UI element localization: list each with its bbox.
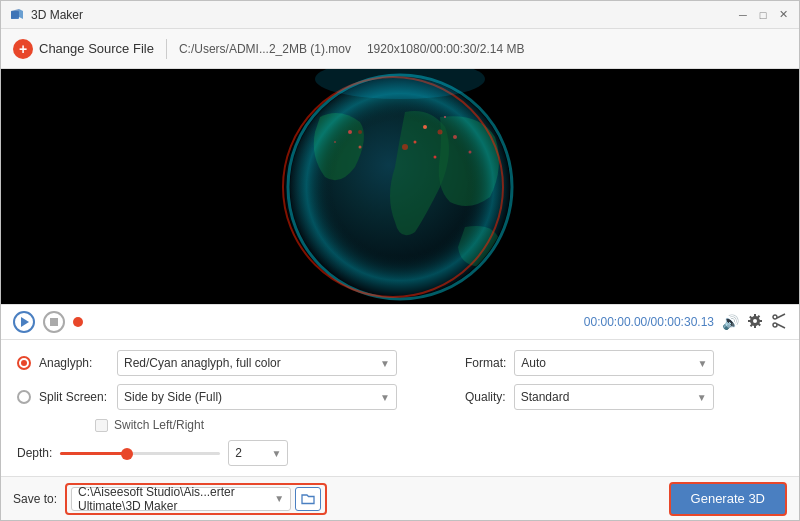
- split-screen-row: Split Screen: Side by Side (Full) ▼ Qual…: [17, 384, 783, 410]
- quality-section: Quality: Standard ▼: [465, 384, 783, 410]
- split-screen-dropdown[interactable]: Side by Side (Full) ▼: [117, 384, 397, 410]
- split-screen-arrow: ▼: [380, 392, 390, 403]
- window-controls: ─ □ ✕: [735, 7, 791, 23]
- split-screen-value: Side by Side (Full): [124, 390, 222, 404]
- app-title: 3D Maker: [31, 8, 83, 22]
- anaglyph-radio[interactable]: [17, 356, 31, 370]
- slider-thumb[interactable]: [121, 448, 133, 460]
- folder-icon: [301, 492, 315, 506]
- quality-value: Standard: [521, 390, 570, 404]
- anaglyph-dropdown[interactable]: Red/Cyan anaglyph, full color ▼: [117, 350, 397, 376]
- anaglyph-label: Anaglyph:: [39, 356, 109, 370]
- play-button[interactable]: [13, 311, 35, 333]
- svg-marker-1: [19, 9, 23, 19]
- format-section: Format: Auto ▼: [465, 350, 783, 376]
- cut-button[interactable]: [771, 313, 787, 332]
- settings-panel: Anaglyph: Red/Cyan anaglyph, full color …: [1, 340, 799, 476]
- switch-lr-row: Switch Left/Right: [95, 418, 783, 432]
- svg-point-18: [290, 77, 510, 297]
- plus-icon: +: [13, 39, 33, 59]
- save-path-dropdown[interactable]: C:\Aiseesoft Studio\Ais...erter Ultimate…: [71, 487, 291, 511]
- file-details: 1920x1080/00:00:30/2.14 MB: [367, 42, 524, 56]
- app-icon: [9, 7, 25, 23]
- globe-display: [1, 69, 799, 304]
- depth-row: Depth: 2 ▼: [17, 440, 783, 466]
- split-screen-label: Split Screen:: [39, 390, 109, 404]
- switch-lr-label: Switch Left/Right: [114, 418, 204, 432]
- svg-point-22: [773, 315, 777, 319]
- minimize-button[interactable]: ─: [735, 7, 751, 23]
- depth-value: 2: [235, 446, 242, 460]
- split-screen-section: Split Screen: Side by Side (Full) ▼: [17, 384, 457, 410]
- depth-arrow: ▼: [271, 448, 281, 459]
- anaglyph-value: Red/Cyan anaglyph, full color: [124, 356, 281, 370]
- quality-dropdown[interactable]: Standard ▼: [514, 384, 714, 410]
- svg-line-25: [777, 324, 785, 328]
- browse-folder-button[interactable]: [295, 487, 321, 511]
- anaglyph-arrow: ▼: [380, 358, 390, 369]
- change-source-button[interactable]: + Change Source File: [13, 39, 154, 59]
- toolbar: + Change Source File C:/Users/ADMI...2_2…: [1, 29, 799, 69]
- save-bar: Save to: C:\Aiseesoft Studio\Ais...erter…: [1, 476, 799, 520]
- stop-button[interactable]: [43, 311, 65, 333]
- settings-button[interactable]: [747, 313, 763, 332]
- save-label: Save to:: [13, 492, 57, 506]
- file-name: C:/Users/ADMI...2_2MB (1).mov: [179, 42, 351, 56]
- format-label: Format:: [465, 356, 506, 370]
- depth-slider[interactable]: [60, 443, 220, 463]
- volume-button[interactable]: 🔊: [722, 314, 739, 330]
- save-path-container: C:\Aiseesoft Studio\Ais...erter Ultimate…: [65, 483, 327, 515]
- change-source-label: Change Source File: [39, 41, 154, 56]
- anaglyph-row: Anaglyph: Red/Cyan anaglyph, full color …: [17, 350, 783, 376]
- svg-point-23: [773, 323, 777, 327]
- anaglyph-section: Anaglyph: Red/Cyan anaglyph, full color …: [17, 350, 457, 376]
- total-time: 00:00:30.13: [651, 315, 714, 329]
- quality-label: Quality:: [465, 390, 506, 404]
- svg-line-24: [777, 314, 785, 318]
- file-info: C:/Users/ADMI...2_2MB (1).mov 1920x1080/…: [179, 42, 525, 56]
- video-preview: [1, 69, 799, 304]
- maximize-button[interactable]: □: [755, 7, 771, 23]
- save-path-arrow: ▼: [274, 493, 284, 504]
- toolbar-divider: [166, 39, 167, 59]
- stop-icon: [50, 318, 58, 326]
- format-value: Auto: [521, 356, 546, 370]
- main-window: 3D Maker ─ □ ✕ + Change Source File C:/U…: [0, 0, 800, 521]
- slider-track: [60, 452, 220, 455]
- globe-svg: [260, 69, 540, 304]
- title-bar: 3D Maker ─ □ ✕: [1, 1, 799, 29]
- time-display: 00:00:00.00/00:00:30.13: [584, 315, 714, 329]
- quality-arrow: ▼: [697, 392, 707, 403]
- depth-label: Depth:: [17, 446, 52, 460]
- play-icon: [21, 317, 29, 327]
- record-indicator: [73, 317, 83, 327]
- save-path-text: C:\Aiseesoft Studio\Ais...erter Ultimate…: [78, 485, 270, 513]
- switch-lr-checkbox[interactable]: [95, 419, 108, 432]
- depth-value-dropdown[interactable]: 2 ▼: [228, 440, 288, 466]
- close-button[interactable]: ✕: [775, 7, 791, 23]
- playback-controls: 00:00:00.00/00:00:30.13 🔊: [1, 304, 799, 340]
- generate-3d-button[interactable]: Generate 3D: [669, 482, 787, 516]
- format-dropdown[interactable]: Auto ▼: [514, 350, 714, 376]
- current-time: 00:00:00.00: [584, 315, 647, 329]
- format-arrow: ▼: [697, 358, 707, 369]
- split-screen-radio[interactable]: [17, 390, 31, 404]
- slider-fill: [60, 452, 124, 455]
